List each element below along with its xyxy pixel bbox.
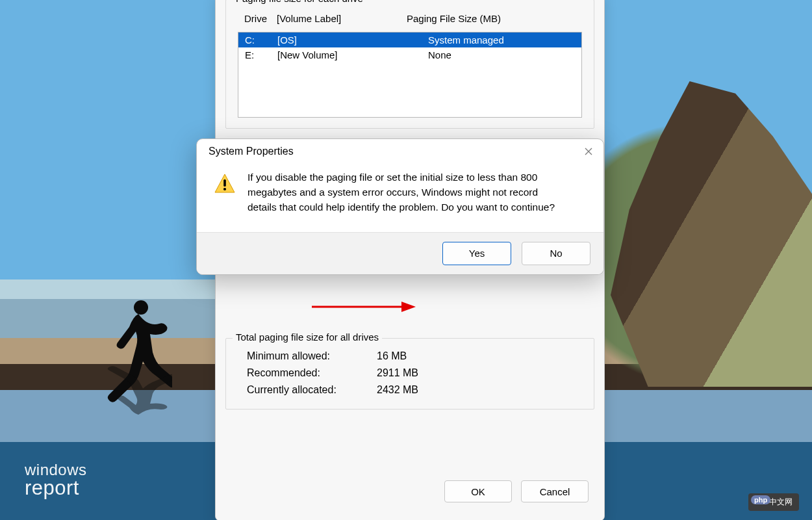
- wr-line1: windows: [25, 462, 87, 478]
- paging-per-drive-groupbox: Paging file size for each drive Drive [V…: [225, 0, 594, 129]
- dialog-titlebar[interactable]: System Properties: [197, 139, 603, 162]
- currently-allocated-label: Currently allocated:: [247, 384, 377, 396]
- volume-cell: [OS]: [277, 34, 407, 46]
- svg-point-0: [134, 300, 148, 315]
- paging-cell: System managed: [407, 34, 575, 46]
- min-allowed-label: Minimum allowed:: [247, 350, 377, 362]
- close-icon[interactable]: [583, 146, 594, 157]
- col-volume: [Volume Label]: [277, 13, 407, 24]
- php-cn-text: 中文网: [769, 497, 793, 508]
- volume-cell: [New Volume]: [277, 49, 407, 60]
- col-paging: Paging File Size (MB): [407, 13, 576, 24]
- dialog-title: System Properties: [209, 146, 294, 157]
- svg-point-3: [223, 188, 226, 190]
- windows-report-watermark: windows report: [25, 462, 87, 499]
- wr-line2: report: [25, 478, 87, 499]
- drive-cell: C:: [245, 34, 277, 46]
- drive-cell: E:: [245, 49, 277, 60]
- yes-button[interactable]: Yes: [442, 242, 511, 265]
- paging-per-drive-label: Paging file size for each drive: [233, 0, 366, 4]
- cancel-button[interactable]: Cancel: [521, 480, 589, 502]
- currently-allocated-value: 2432 MB: [377, 384, 418, 396]
- paging-cell: None: [407, 49, 575, 60]
- recommended-value: 2911 MB: [377, 367, 418, 379]
- total-paging-label: Total paging file size for all drives: [233, 332, 382, 343]
- col-drive: Drive: [244, 13, 277, 24]
- dialog-footer: Yes No: [197, 232, 603, 274]
- no-button[interactable]: No: [522, 242, 590, 265]
- totals-row-min: Minimum allowed: 16 MB: [238, 348, 582, 365]
- bg-runner-silhouette: [101, 296, 172, 426]
- php-cn-watermark: 中文网: [748, 493, 799, 511]
- warning-icon: [214, 173, 236, 195]
- ok-button[interactable]: OK: [444, 480, 512, 502]
- drive-list-header: Drive [Volume Label] Paging File Size (M…: [238, 9, 582, 27]
- bg-rock: [611, 81, 812, 387]
- dialog-message: If you disable the paging file or set th…: [247, 170, 559, 215]
- total-paging-groupbox: Total paging file size for all drives Mi…: [225, 338, 594, 410]
- svg-rect-2: [223, 179, 226, 187]
- system-properties-dialog: System Properties If you disable the pag…: [196, 138, 604, 275]
- drive-list[interactable]: C: [OS] System managed E: [New Volume] N…: [238, 32, 582, 118]
- drive-row[interactable]: E: [New Volume] None: [238, 47, 581, 62]
- recommended-label: Recommended:: [247, 367, 377, 379]
- desktop-background: Paging file size for each drive Drive [V…: [0, 0, 812, 520]
- min-allowed-value: 16 MB: [377, 350, 407, 362]
- totals-row-cur: Currently allocated: 2432 MB: [238, 382, 582, 398]
- drive-row[interactable]: C: [OS] System managed: [238, 32, 581, 47]
- totals-row-rec: Recommended: 2911 MB: [238, 365, 582, 382]
